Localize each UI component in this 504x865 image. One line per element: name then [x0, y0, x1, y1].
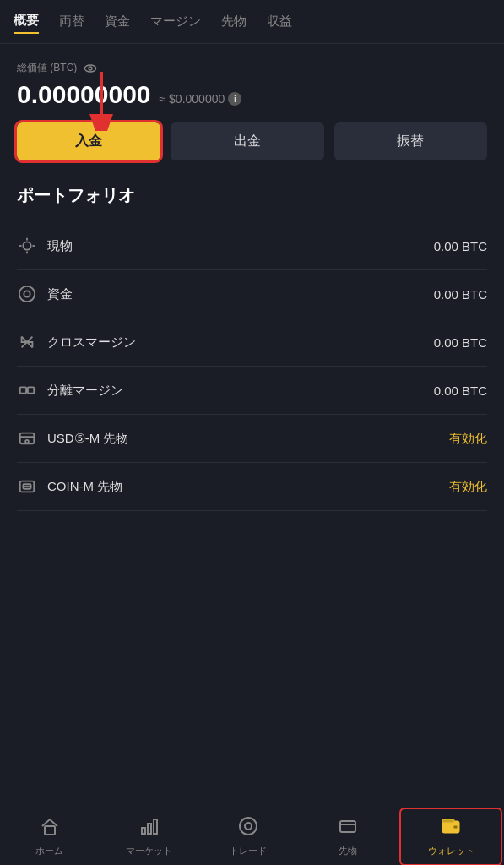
usd-amount: ≈ $0.000000 i — [160, 92, 242, 106]
deposit-button[interactable]: 入金 — [17, 122, 160, 160]
portfolio-item-cross-margin[interactable]: クロスマージン 0.00 BTC — [17, 318, 487, 367]
btc-amount: 0.00000000 — [17, 80, 151, 109]
svg-point-4 — [23, 242, 30, 249]
portfolio-item-usd-futures[interactable]: USD⑤-M 先物 有効化 — [17, 415, 487, 463]
coin-futures-icon — [17, 476, 37, 497]
svg-rect-13 — [20, 387, 26, 393]
isolated-margin-name: 分離マージン — [47, 383, 123, 399]
transfer-button[interactable]: 振替 — [334, 122, 488, 160]
svg-point-19 — [25, 440, 29, 443]
usd-approx-text: ≈ $0.000000 — [160, 92, 225, 106]
futures-icon — [338, 816, 358, 841]
nav-item-funds[interactable]: 資金 — [105, 10, 130, 33]
nav-item-margin[interactable]: マージン — [150, 10, 201, 33]
bottom-nav-wallet[interactable]: ウォレット — [401, 809, 501, 864]
spot-name: 現物 — [47, 238, 73, 254]
total-value-row: 0.00000000 ≈ $0.000000 i — [17, 80, 487, 109]
svg-point-28 — [245, 823, 252, 830]
svg-point-0 — [85, 65, 96, 72]
svg-rect-17 — [20, 433, 35, 444]
bottom-navigation: ホーム マーケット トレード 先物 — [0, 808, 504, 865]
portfolio-item-funding[interactable]: 資金 0.00 BTC — [17, 270, 487, 318]
portfolio-item-spot[interactable]: 現物 0.00 BTC — [17, 222, 487, 270]
spot-icon — [17, 236, 37, 256]
home-label: ホーム — [35, 845, 63, 857]
action-buttons-wrapper: 入金 出金 振替 — [17, 122, 487, 160]
coin-futures-name: COIN-M 先物 — [47, 479, 122, 495]
svg-rect-26 — [154, 819, 157, 834]
info-icon: i — [228, 92, 241, 106]
funding-icon — [17, 284, 37, 304]
funding-value: 0.00 BTC — [434, 287, 487, 302]
nav-item-futures[interactable]: 先物 — [221, 10, 247, 33]
svg-point-27 — [240, 818, 257, 835]
isolated-margin-icon — [17, 380, 37, 400]
svg-rect-32 — [453, 825, 458, 829]
bottom-nav-market[interactable]: マーケット — [100, 809, 199, 864]
chart-icon — [139, 816, 160, 841]
svg-rect-25 — [148, 824, 151, 834]
cross-margin-value: 0.00 BTC — [434, 335, 487, 350]
usd-futures-value: 有効化 — [449, 431, 487, 447]
spot-value: 0.00 BTC — [434, 239, 487, 253]
svg-point-9 — [19, 286, 35, 302]
wallet-label: ウォレット — [428, 845, 474, 857]
coin-futures-value: 有効化 — [449, 479, 487, 495]
portfolio-item-coin-futures[interactable]: COIN-M 先物 有効化 — [17, 463, 487, 511]
nav-item-exchange[interactable]: 両替 — [59, 10, 84, 33]
cross-margin-icon — [17, 332, 37, 352]
portfolio-item-isolated-margin[interactable]: 分離マージン 0.00 BTC — [17, 367, 487, 415]
nav-item-overview[interactable]: 概要 — [14, 9, 39, 34]
futures-label: 先物 — [339, 845, 357, 857]
total-label: 総価値 (BTC) — [17, 61, 487, 75]
isolated-margin-value: 0.00 BTC — [434, 384, 487, 398]
svg-point-1 — [89, 67, 92, 70]
funding-name: 資金 — [47, 286, 73, 302]
usd-futures-name: USD⑤-M 先物 — [47, 431, 128, 447]
eye-icon[interactable] — [84, 62, 97, 75]
svg-rect-33 — [442, 819, 454, 823]
trade-label: トレード — [230, 845, 267, 857]
svg-point-10 — [24, 291, 30, 296]
wallet-icon — [441, 816, 461, 841]
top-navigation: 概要 両替 資金 マージン 先物 収益 — [0, 0, 504, 44]
withdraw-button[interactable]: 出金 — [171, 122, 324, 160]
total-label-text: 総価値 (BTC) — [17, 61, 77, 75]
nav-item-earnings[interactable]: 収益 — [267, 10, 292, 33]
bottom-nav-home[interactable]: ホーム — [0, 809, 100, 864]
svg-rect-14 — [28, 387, 34, 393]
portfolio-title: ポートフォリオ — [17, 184, 487, 207]
action-buttons: 入金 出金 振替 — [17, 122, 487, 160]
bottom-nav-futures[interactable]: 先物 — [298, 809, 398, 864]
home-icon — [40, 816, 60, 841]
usd-futures-icon — [17, 428, 37, 449]
market-label: マーケット — [126, 845, 172, 857]
main-content: 総価値 (BTC) 0.00000000 ≈ $0.000000 i 入金 — [0, 44, 504, 579]
svg-rect-24 — [142, 828, 145, 834]
svg-rect-23 — [45, 826, 55, 835]
bottom-nav-trade[interactable]: トレード — [199, 809, 299, 864]
svg-rect-29 — [340, 821, 355, 832]
cross-margin-name: クロスマージン — [47, 335, 136, 351]
trade-icon — [238, 816, 258, 841]
